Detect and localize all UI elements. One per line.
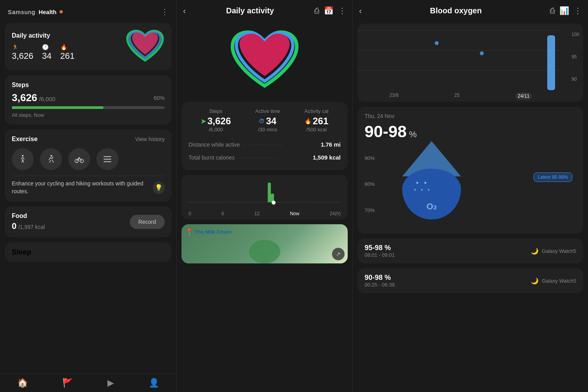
daily-activity-card[interactable]: Daily activity 🏃 3,626 🕐 34 🔥 261 <box>5 23 172 71</box>
map-pin-icon: 📍 <box>185 228 193 236</box>
heart-rings-small <box>125 29 165 64</box>
moon-icon-1: 🌙 <box>531 247 539 255</box>
chart-label-now: Now <box>290 211 299 216</box>
bo-bar-active <box>547 35 555 90</box>
total-cal-label: Total burnt calories <box>189 154 235 161</box>
bo-record-1-time: 08:01 - 09:01 <box>365 252 395 258</box>
chart-label-24: 24(h) <box>330 211 341 216</box>
right-header: ‹ Blood oxygen ⎙ 📊 ⋮ <box>353 0 588 21</box>
map-card[interactable]: 📍 The Milk Churn ↗ <box>181 224 348 263</box>
bo-grid-90 <box>358 70 560 71</box>
svg-point-1 <box>51 155 52 156</box>
list-button[interactable] <box>96 148 118 170</box>
nav-flag-button[interactable]: 🚩 <box>62 378 73 388</box>
steps-stat: Steps ➤ 3,626 /6,000 <box>201 108 231 132</box>
bo-record-1: 95-98 % 08:01 - 09:01 🌙 Galaxy Watch5 <box>358 238 583 263</box>
map-expand-button[interactable]: ↗ <box>332 248 345 260</box>
run-button[interactable] <box>40 148 62 170</box>
run-icon <box>46 154 56 164</box>
bo-record-1-left: 95-98 % 08:01 - 09:01 <box>365 244 395 258</box>
right-share-button[interactable]: ⎙ <box>550 6 555 15</box>
bo-record-2-right: 🌙 Galaxy Watch5 <box>531 277 576 285</box>
bo-record-2-left: 90-98 % 00:25 - 06:39 <box>365 274 395 288</box>
record-button[interactable]: Record <box>130 215 165 229</box>
cal-stat-value: 🔥 261 <box>305 116 328 127</box>
samsung-logo: Samsung Health <box>8 9 63 15</box>
cal-stat: Activity cal 🔥 261 /500 kcal <box>305 108 328 132</box>
more-menu-button[interactable]: ⋮ <box>161 7 169 16</box>
metrics-row: 🏃 3,626 🕐 34 🔥 261 <box>12 44 74 61</box>
map-location-name: The Milk Churn <box>195 229 232 235</box>
steps-goal: /6,000 <box>39 96 56 102</box>
bo-droplet-container: • • • • • O₂ Latest 95-98% <box>379 141 576 227</box>
bo-drop: • • • • • O₂ <box>402 169 461 220</box>
steps-stat-value: ➤ 3,626 <box>201 116 231 127</box>
active-stat-value: ⏱ 34 <box>259 116 276 127</box>
right-back-button[interactable]: ‹ <box>359 6 362 15</box>
cal-stat-sub: /500 kcal <box>306 127 327 132</box>
food-value: 0 <box>12 221 16 231</box>
exercise-card[interactable]: Exercise View history Enhance your cycli… <box>5 129 172 201</box>
distance-label: Distance while active <box>189 142 240 148</box>
right-more-button[interactable]: ⋮ <box>574 6 582 15</box>
bo-grid-100 <box>358 30 560 31</box>
exercise-tip: Enhance your cycling and hiking workouts… <box>12 180 165 195</box>
distance-value: 1.76 mi <box>321 141 341 148</box>
steps-subtitle: All steps, Now <box>12 112 44 118</box>
steps-title: Steps <box>12 82 165 89</box>
steps-icon: 🏃 <box>12 44 18 50</box>
moon-icon-2: 🌙 <box>531 277 539 285</box>
cal-value: 261 <box>60 51 75 61</box>
bo-main-70: 70% <box>365 207 375 213</box>
cycle-icon <box>74 154 84 164</box>
share-button[interactable]: ⎙ <box>314 6 319 15</box>
daily-activity-title: Daily activity <box>12 32 74 39</box>
bo-x-labels: 23/8 25 24/11 <box>361 93 560 100</box>
steps-stat-label: Steps <box>209 108 222 114</box>
bo-x-label-active: 24/11 <box>515 93 532 100</box>
exercise-title: Exercise <box>12 136 38 143</box>
svg-point-0 <box>22 155 24 156</box>
calendar-button[interactable]: 📅 <box>324 6 334 15</box>
nav-home-button[interactable]: 🏠 <box>17 378 28 388</box>
middle-header: ‹ Daily activity ⎙ 📅 ⋮ <box>177 0 352 21</box>
more-button[interactable]: ⋮ <box>338 6 346 15</box>
bo-visual-area: 90% 80% 70% • • • • • O₂ Latest 95-98% <box>365 141 576 227</box>
cycle-button[interactable] <box>68 148 90 170</box>
bo-date: Thu, 24 Nov <box>365 113 576 119</box>
steps-card[interactable]: Steps 3,626 /6,000 60% All steps, Now <box>5 75 172 125</box>
map-blob <box>249 240 280 263</box>
bo-y-100: 100 <box>572 32 579 37</box>
right-bars-button[interactable]: 📊 <box>559 6 569 15</box>
left-header: Samsung Health ⋮ <box>0 0 176 20</box>
bulb-icon: 💡 <box>153 181 165 194</box>
food-title: Food <box>12 212 45 220</box>
bo-x-label-1: 23/8 <box>389 93 398 100</box>
bo-y-90: 90 <box>572 76 579 82</box>
steps-stat-sub: /6,000 <box>209 127 223 132</box>
chart-now-dot <box>272 201 276 205</box>
stats-card: Steps ➤ 3,626 /6,000 Active time ⏱ 34 /3… <box>181 102 348 170</box>
sleep-card[interactable]: Sleep <box>5 242 172 262</box>
map-location-label: 📍 The Milk Churn <box>185 228 232 236</box>
steps-big: 3,626 <box>207 116 231 127</box>
walk-icon <box>18 154 28 164</box>
nav-profile-button[interactable]: 👤 <box>149 378 159 388</box>
right-panel: ‹ Blood oxygen ⎙ 📊 ⋮ 100 95 90 23/8 25 <box>353 0 588 392</box>
view-history-button[interactable]: View history <box>135 136 165 142</box>
flame-icon: 🔥 <box>305 118 311 124</box>
clock-icon: ⏱ <box>259 118 264 124</box>
bo-dots-decoration-2: • • • <box>414 186 431 193</box>
walk-button[interactable] <box>12 148 34 170</box>
health-wordmark: Health <box>38 9 56 15</box>
chart-card: 0 6 12 Now 24(h) <box>181 175 348 220</box>
food-card[interactable]: Food 0 /1,997 kcal Record <box>5 206 172 238</box>
chart-label-12: 12 <box>254 211 260 216</box>
nav-play-button[interactable]: ▶ <box>107 378 114 388</box>
active-big: 34 <box>266 116 276 127</box>
active-stat: Active time ⏱ 34 /30 mins <box>255 108 280 132</box>
steps-percent: 60% <box>154 95 165 101</box>
steps-metric: 🏃 3,626 <box>12 44 33 61</box>
bo-record-2: 90-98 % 00:25 - 06:39 🌙 Galaxy Watch5 <box>358 268 583 293</box>
back-button[interactable]: ‹ <box>183 6 186 15</box>
